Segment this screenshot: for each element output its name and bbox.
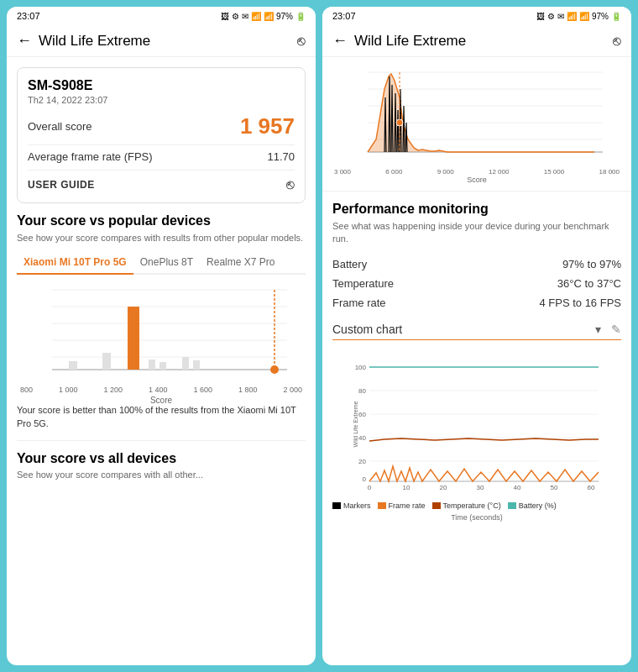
score-row: Overall score 1 957 bbox=[28, 113, 295, 139]
perf-fps-value: 4 FPS to 16 FPS bbox=[539, 297, 621, 309]
line-chart-svg: 100 80 60 40 20 0 Wild Life Extreme bbox=[332, 357, 621, 491]
r-settings-icon: ⚙ bbox=[547, 12, 555, 21]
perf-title: Performance monitoring bbox=[332, 202, 621, 217]
all-devices-title: Your score vs all devices bbox=[17, 451, 306, 466]
left-status-icons: 🖼 ⚙ ✉ 📶 📶 97% 🔋 bbox=[221, 12, 306, 21]
line-x-title: Time (seconds) bbox=[322, 513, 631, 525]
battery-text: 97% bbox=[276, 12, 293, 21]
mail-icon: ✉ bbox=[242, 12, 248, 21]
histogram-container: 3 000 6 000 9 000 12 000 15 000 18 000 S… bbox=[322, 57, 631, 192]
chart-x-title: Score bbox=[17, 396, 306, 405]
svg-text:Wild Life Extreme: Wild Life Extreme bbox=[353, 401, 358, 447]
left-share-button[interactable]: ⎋ bbox=[297, 34, 306, 49]
comparison-section: Your score vs popular devices See how yo… bbox=[17, 213, 306, 430]
device-card: SM-S908E Th2 14, 2022 23:07 Overall scor… bbox=[17, 67, 306, 203]
wifi-icon: 📶 bbox=[251, 12, 261, 21]
left-panel-content: SM-S908E Th2 14, 2022 23:07 Overall scor… bbox=[7, 57, 316, 665]
bar-chart-svg bbox=[17, 281, 306, 382]
right-share-button[interactable]: ⎋ bbox=[613, 34, 621, 49]
r-battery-icon: 🔋 bbox=[611, 12, 621, 21]
all-devices-desc: See how your score compares with all oth… bbox=[17, 470, 306, 480]
hist-x-3: 12 000 bbox=[489, 168, 509, 176]
right-phone-panel: 23:07 🖼 ⚙ ✉ 📶 📶 97% 🔋 ← Wild Life Extrem… bbox=[322, 7, 631, 665]
svg-point-14 bbox=[270, 365, 279, 374]
legend-battery-color bbox=[508, 502, 516, 509]
right-status-time: 23:07 bbox=[332, 11, 356, 21]
r-signal-icon: 📶 bbox=[579, 12, 589, 21]
r-mail-icon: ✉ bbox=[557, 12, 564, 21]
right-page-title: Wild Life Extreme bbox=[354, 33, 606, 50]
svg-rect-6 bbox=[69, 361, 77, 370]
fps-value: 11.70 bbox=[267, 150, 295, 163]
tabs-row: Xiaomi Mi 10T Pro 5G OnePlus 8T Realme X… bbox=[17, 251, 306, 275]
custom-chart-dropdown-icon[interactable]: ▾ bbox=[595, 323, 601, 336]
perf-desc: See what was happening inside your devic… bbox=[332, 220, 621, 246]
svg-text:60: 60 bbox=[588, 484, 595, 491]
user-guide-share-icon[interactable]: ⎋ bbox=[286, 177, 295, 192]
comparison-title: Your score vs popular devices bbox=[17, 213, 306, 228]
fps-label: Average frame rate (FPS) bbox=[28, 150, 153, 163]
user-guide-row: USER GUIDE ⎋ bbox=[28, 170, 295, 192]
tab-xiaomi[interactable]: Xiaomi Mi 10T Pro 5G bbox=[17, 251, 133, 275]
legend-temperature: Temperature (°C) bbox=[432, 501, 501, 510]
svg-text:0: 0 bbox=[368, 484, 372, 491]
x-label-0: 800 bbox=[20, 386, 33, 394]
legend-battery: Battery (%) bbox=[508, 501, 557, 510]
perf-temp-value: 36°C to 37°C bbox=[557, 277, 621, 290]
tab-realme[interactable]: Realme X7 Pro bbox=[200, 251, 281, 273]
custom-chart-row[interactable]: Custom chart ▾ ✎ bbox=[332, 323, 621, 340]
left-page-title: Wild Life Extreme bbox=[39, 33, 290, 50]
comparison-desc: See how your score compares with results… bbox=[17, 232, 306, 244]
hist-x-title: Score bbox=[332, 176, 621, 184]
svg-text:20: 20 bbox=[440, 484, 447, 491]
hist-x-2: 9 000 bbox=[437, 168, 454, 176]
right-status-bar: 23:07 🖼 ⚙ ✉ 📶 📶 97% 🔋 bbox=[322, 7, 631, 25]
section-divider bbox=[17, 440, 306, 441]
gallery-icon: 🖼 bbox=[221, 12, 229, 21]
bar-chart-container: 800 1 000 1 200 1 400 1 600 1 800 2 000 … bbox=[17, 281, 306, 399]
svg-rect-12 bbox=[193, 360, 200, 370]
svg-text:60: 60 bbox=[358, 411, 366, 418]
right-panel-content: 3 000 6 000 9 000 12 000 15 000 18 000 S… bbox=[322, 57, 631, 665]
right-top-bar: ← Wild Life Extreme ⎋ bbox=[322, 25, 631, 57]
legend-markers-label: Markers bbox=[343, 501, 371, 510]
legend-markers-color bbox=[332, 502, 341, 509]
custom-chart-edit-icon[interactable]: ✎ bbox=[611, 323, 621, 336]
all-devices-section: Your score vs all devices See how your s… bbox=[17, 451, 306, 480]
right-status-icons: 🖼 ⚙ ✉ 📶 📶 97% 🔋 bbox=[536, 12, 621, 21]
svg-rect-8 bbox=[128, 307, 139, 370]
svg-text:80: 80 bbox=[358, 387, 366, 395]
hist-x-labels: 3 000 6 000 9 000 12 000 15 000 18 000 bbox=[332, 168, 621, 176]
hist-x-5: 18 000 bbox=[599, 168, 620, 176]
left-phone-panel: 23:07 🖼 ⚙ ✉ 📶 📶 97% 🔋 ← Wild Life Extrem… bbox=[7, 7, 316, 665]
tab-oneplus[interactable]: OnePlus 8T bbox=[133, 251, 200, 273]
hist-x-1: 6 000 bbox=[385, 168, 402, 176]
legend-temperature-label: Temperature (°C) bbox=[443, 501, 501, 510]
score-label: Overall score bbox=[28, 120, 92, 133]
comparison-text: Your score is better than 100% of the re… bbox=[17, 404, 306, 430]
perf-battery-value: 97% to 97% bbox=[562, 258, 621, 270]
perf-battery-label: Battery bbox=[332, 258, 367, 270]
legend-framerate-color bbox=[378, 502, 386, 509]
left-top-bar: ← Wild Life Extreme ⎋ bbox=[7, 25, 316, 57]
right-back-button[interactable]: ← bbox=[332, 32, 348, 50]
x-label-1: 1 000 bbox=[59, 386, 78, 394]
svg-rect-10 bbox=[160, 362, 166, 370]
legend-framerate: Frame rate bbox=[378, 501, 426, 510]
settings-icon: ⚙ bbox=[232, 12, 239, 21]
legend-markers: Markers bbox=[332, 501, 371, 510]
line-chart-legend: Markers Frame rate Temperature (°C) Batt… bbox=[322, 498, 631, 513]
x-label-6: 2 000 bbox=[283, 386, 302, 394]
perf-fps-label: Frame rate bbox=[332, 297, 386, 309]
svg-text:40: 40 bbox=[514, 484, 521, 491]
svg-text:40: 40 bbox=[358, 434, 366, 442]
svg-text:10: 10 bbox=[403, 484, 411, 491]
svg-text:0: 0 bbox=[363, 475, 367, 483]
left-status-bar: 23:07 🖼 ⚙ ✉ 📶 📶 97% 🔋 bbox=[7, 7, 316, 25]
perf-row-fps: Frame rate 4 FPS to 16 FPS bbox=[332, 293, 621, 312]
svg-text:20: 20 bbox=[358, 458, 366, 465]
perf-temp-label: Temperature bbox=[332, 277, 394, 290]
left-back-button[interactable]: ← bbox=[17, 32, 32, 50]
hist-x-0: 3 000 bbox=[334, 168, 351, 176]
legend-battery-label: Battery (%) bbox=[519, 501, 557, 510]
